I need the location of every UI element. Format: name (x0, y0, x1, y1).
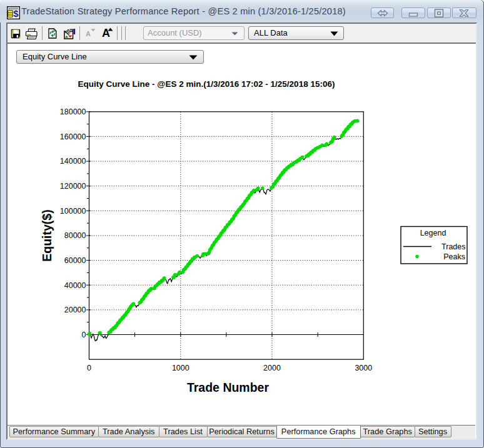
svg-text:Peaks: Peaks (443, 252, 465, 261)
svg-text:1000: 1000 (172, 364, 189, 372)
svg-text:Trade Number: Trade Number (187, 380, 270, 394)
svg-text:Equity($): Equity($) (40, 209, 54, 261)
svg-text:Trades: Trades (441, 242, 465, 251)
svg-text:140000: 140000 (60, 157, 86, 166)
svg-text:180000: 180000 (60, 107, 86, 116)
svg-text:0: 0 (82, 330, 86, 339)
svg-text:80000: 80000 (64, 231, 86, 240)
svg-text:120000: 120000 (60, 182, 86, 191)
svg-text:20000: 20000 (64, 306, 86, 314)
svg-text:0: 0 (87, 364, 91, 372)
svg-text:2000: 2000 (263, 364, 281, 372)
svg-text:160000: 160000 (60, 132, 86, 141)
svg-text:Legend: Legend (420, 229, 446, 237)
svg-text:100000: 100000 (60, 206, 86, 215)
svg-text:Equity Curve Line - @ES 2 min.: Equity Curve Line - @ES 2 min.(1/3/2016 … (78, 79, 335, 88)
svg-text:3000: 3000 (355, 364, 372, 372)
svg-text:60000: 60000 (64, 256, 86, 264)
svg-text:$: $ (13, 8, 19, 19)
svg-text:40000: 40000 (64, 281, 86, 289)
